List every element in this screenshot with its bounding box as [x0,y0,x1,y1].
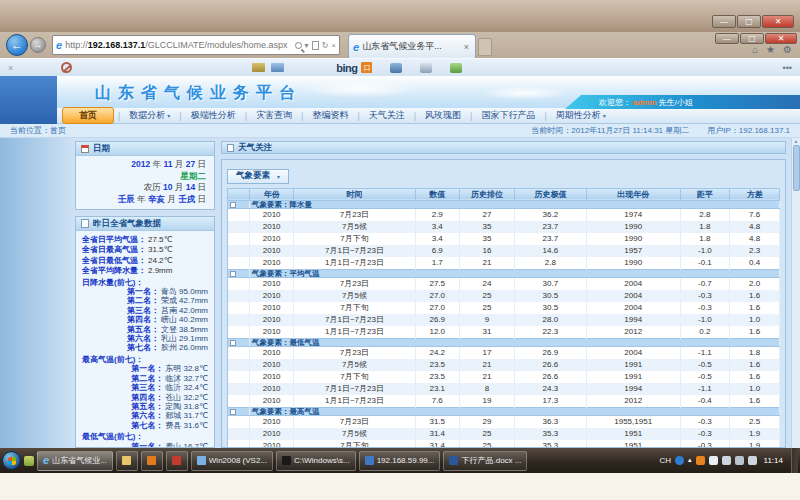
table-row[interactable]: 20107月下旬31.42535.31951-0.31.9 [228,440,780,448]
table-row[interactable]: 20107月5候31.42535.31951-0.31.9 [228,428,780,440]
url-host: 192.168.137.1 [88,40,146,50]
home-icon[interactable]: ⌂ [752,44,758,55]
app-fox-icon[interactable] [696,456,705,465]
table-row[interactable]: 20107月5候3.43523.719901.84.8 [228,221,780,233]
browser-tab[interactable]: e 山东省气候业务平... × [348,34,476,58]
language-indicator[interactable]: CH [659,456,671,465]
nav-item-8[interactable]: 周期性分析▾ [547,109,615,122]
table-row[interactable]: 20107月23日2.92736.219742.87.6 [228,208,780,221]
minimize-button[interactable]: — [712,15,736,28]
nav-item-6[interactable]: 风玫瑰图 [416,109,470,122]
window-button-3[interactable]: 下行产品.docx ... [443,451,527,471]
refresh-icon[interactable]: ↻ [322,41,329,50]
table-header-cell: 年份 [250,188,294,200]
toolbar-binoculars-icon[interactable] [390,63,402,73]
checkbox-icon[interactable] [230,271,236,277]
window-button-2[interactable]: 192.168.59.99... [359,451,441,471]
scroll-thumb[interactable] [793,145,800,191]
taskbar-small-icon[interactable] [24,456,34,466]
card-icon[interactable] [252,63,265,72]
start-button[interactable] [2,451,21,470]
toolbar-people-icon[interactable] [450,63,462,73]
bing-logo[interactable]: bing [336,62,357,74]
nav-item-1[interactable]: 数据分析▾ [120,109,179,122]
table-cell: -0.3 [680,290,730,302]
ie-minimize-button[interactable]: — [715,33,739,44]
stop-icon[interactable]: × [331,41,336,50]
envelope-icon[interactable] [271,63,284,72]
checkbox-icon[interactable] [230,202,236,208]
table-row[interactable]: 20101月1日~7月23日12.03122.320120.21.6 [228,326,780,339]
group-row[interactable]: 气象要素：降水量 [228,200,780,208]
table-cell: 4.8 [730,233,780,245]
table-row[interactable]: 20107月23日27.52430.72004-0.72.0 [228,277,780,290]
close-button[interactable]: ✕ [762,15,794,28]
search-icon[interactable] [295,42,302,49]
settings-gear-icon[interactable]: ⚙ [783,44,792,55]
favorites-star-icon[interactable]: ★ [766,44,775,55]
taskbar-pinned-app-orange-icon[interactable] [141,451,163,471]
cloud-decoration [300,80,420,98]
table-row[interactable]: 20107月23日24.21726.92004-1.11.8 [228,346,780,359]
nav-item-5[interactable]: 天气关注 [360,109,414,122]
forward-button[interactable]: → [30,37,46,53]
window-button-1[interactable]: C:\Windows\s... [276,451,356,471]
ie-close-button[interactable]: ✕ [765,33,797,44]
address-bar[interactable]: e http://192.168.137.1/GLCCLIMATE/module… [52,35,340,55]
taskbar-pinned-explorer-folder-icon[interactable] [116,451,138,471]
toolbar-bird-icon[interactable] [420,63,432,73]
blocker-icon[interactable] [61,62,72,73]
ie-maximize-button[interactable]: ▢ [740,33,764,44]
checkbox-icon[interactable] [230,340,236,346]
more-options-icon[interactable]: ••• [783,63,792,73]
network-icon[interactable] [722,456,731,465]
maximize-button[interactable]: ▢ [737,15,761,28]
group-row[interactable]: 气象要素：平均气温 [228,269,780,277]
table-row[interactable]: 20101月1日~7月23日1.7212.81990-0.10.4 [228,257,780,270]
table-row[interactable]: 20107月1日~7月23日6.91614.61957-1.02.3 [228,245,780,257]
table-cell: 1月1日~7月23日 [294,326,415,339]
update-icon[interactable] [735,456,744,465]
checkbox-icon[interactable] [230,409,236,415]
chevron-down-icon: ▾ [167,113,170,119]
scroll-up-icon[interactable]: ▲ [792,138,800,144]
toolbar-close-icon[interactable]: × [8,63,13,73]
nav-item-4[interactable]: 整编资料 [303,109,357,122]
taskbar-pinned-media-player-icon[interactable] [166,451,188,471]
table-row[interactable]: 20107月下旬3.43523.719901.84.8 [228,233,780,245]
nav-item-0[interactable]: 首页 [62,107,114,124]
nav-item-3[interactable]: 灾害查询 [247,109,301,122]
table-row[interactable]: 20107月下旬27.02530.52004-0.31.6 [228,302,780,314]
table-row[interactable]: 20107月下旬23.52126.61991-0.51.6 [228,371,780,383]
table-cell: -0.3 [680,302,730,314]
hidden-icons-chevron[interactable]: ▴ [688,456,692,465]
table-row[interactable]: 20107月5候23.52126.61991-0.51.6 [228,359,780,371]
page-scrollbar[interactable]: ▲ [791,138,800,448]
compatibility-view-icon[interactable] [312,41,319,50]
row-checkbox-cell [228,371,250,383]
show-desktop-button[interactable] [791,448,798,473]
search-dropdown-icon[interactable]: ▾ [305,41,309,50]
nav-item-2[interactable]: 极端性分析 [182,109,245,122]
taskbar-clock[interactable]: 11:14 [764,456,783,465]
bing-tile-icon[interactable]: 口 [361,62,372,73]
app-blue-round-icon[interactable] [675,456,684,465]
table-row[interactable]: 20107月23日31.52936.31955,1951-0.32.5 [228,415,780,428]
table-row[interactable]: 20107月5候27.02530.52004-0.31.6 [228,290,780,302]
group-row[interactable]: 气象要素：最高气温 [228,407,780,415]
new-tab-button[interactable] [478,38,492,56]
tab-close-icon[interactable]: × [462,42,471,52]
filter-button[interactable]: 气象要素 ▾ [227,169,289,184]
row-checkbox-cell [228,326,250,339]
nav-item-7[interactable]: 国家下行产品 [472,109,544,122]
group-row[interactable]: 气象要素：最低气温 [228,338,780,346]
volume-icon[interactable] [748,456,757,465]
window-button-0[interactable]: Win2008 (VS2... [191,451,273,471]
active-window-button[interactable]: e 山东省气候业... [37,451,113,471]
back-button[interactable]: ← [6,34,28,56]
table-row[interactable]: 20107月1日~7月23日26.9928.01994-1.01.0 [228,314,780,326]
table-row[interactable]: 20107月1日~7月23日23.1824.31994-1.11.0 [228,383,780,395]
section-title: 日降水量(前七)： [82,278,208,287]
table-row[interactable]: 20101月1日~7月23日7.61917.32012-0.41.6 [228,395,780,408]
action-center-flag-icon[interactable] [709,456,718,465]
